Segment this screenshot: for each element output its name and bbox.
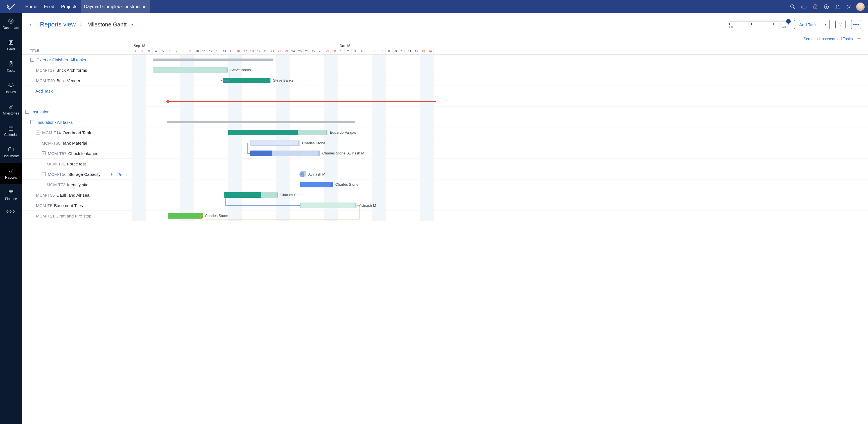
gamepad-icon[interactable] — [798, 0, 809, 13]
tools-icon[interactable] — [843, 0, 855, 13]
top-navbar: Home Feed Projects Daymart Complex Const… — [0, 0, 868, 13]
app-logo[interactable] — [0, 0, 22, 13]
svg-point-0 — [791, 4, 794, 8]
nav-feed[interactable]: Feed — [41, 0, 58, 13]
user-avatar[interactable] — [856, 3, 865, 11]
search-icon[interactable] — [787, 0, 798, 13]
nav-home[interactable]: Home — [22, 0, 41, 13]
bell-icon[interactable] — [832, 0, 843, 13]
nav-projects[interactable]: Projects — [58, 0, 81, 13]
add-icon[interactable] — [821, 0, 832, 13]
top-menu: Home Feed Projects Daymart Complex Const… — [22, 0, 150, 13]
nav-current-project[interactable]: Daymart Complex Construction — [81, 0, 150, 13]
timer-icon[interactable] — [809, 0, 821, 13]
